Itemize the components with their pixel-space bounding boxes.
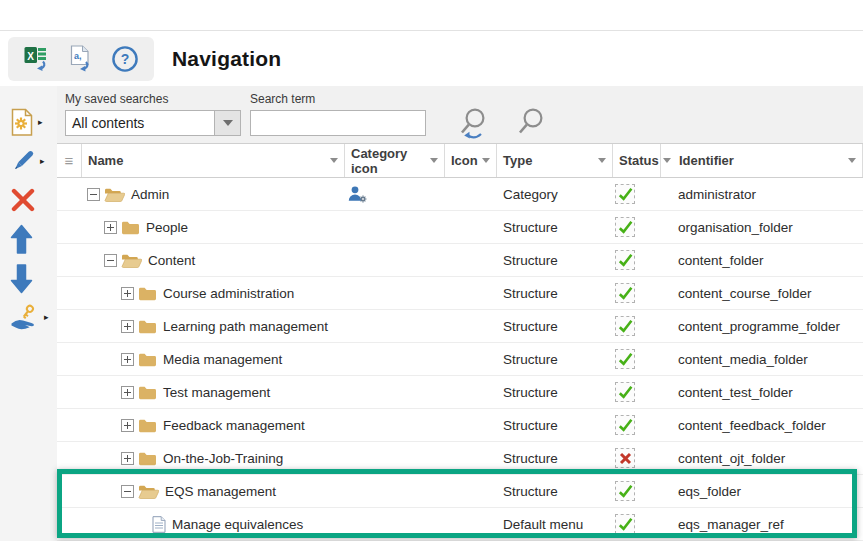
column-filter-icon[interactable] bbox=[430, 158, 438, 163]
expand-icon[interactable] bbox=[121, 353, 134, 366]
status-ok-icon bbox=[615, 184, 635, 204]
expand-icon[interactable] bbox=[104, 221, 117, 234]
column-label: Status bbox=[619, 153, 659, 168]
column-header-name[interactable]: Name bbox=[82, 144, 345, 177]
table-row[interactable]: EQS managementStructureeqs_folder bbox=[57, 475, 863, 508]
new-item-icon bbox=[10, 108, 34, 137]
identifier-cell: organisation_folder bbox=[660, 220, 863, 235]
identifier-cell: eqs_manager_ref bbox=[660, 517, 863, 532]
folder-open-icon bbox=[121, 253, 142, 268]
edit-button[interactable]: ▸ bbox=[0, 145, 57, 177]
folder-closed-icon bbox=[138, 385, 157, 400]
column-filter-icon[interactable] bbox=[482, 158, 490, 163]
search-refresh-icon bbox=[455, 105, 491, 143]
folder-closed-icon bbox=[121, 220, 140, 235]
folder-closed-icon bbox=[138, 352, 157, 367]
delete-button[interactable] bbox=[0, 184, 57, 216]
name-cell[interactable]: Content bbox=[81, 244, 344, 276]
status-ok-icon bbox=[615, 217, 635, 237]
name-cell[interactable]: Feedback management bbox=[81, 409, 344, 441]
name-cell[interactable]: Course administration bbox=[81, 277, 344, 309]
name-cell[interactable]: People bbox=[81, 211, 344, 243]
row-name-label: Learning path management bbox=[163, 319, 328, 334]
collapse-icon[interactable] bbox=[87, 188, 100, 201]
column-filter-icon[interactable] bbox=[330, 158, 338, 163]
status-ok-icon bbox=[615, 514, 635, 534]
collapse-icon[interactable] bbox=[104, 254, 117, 267]
expand-icon[interactable] bbox=[121, 386, 134, 399]
type-cell: Structure bbox=[496, 253, 612, 268]
expand-icon[interactable] bbox=[121, 287, 134, 300]
table-row[interactable]: PeopleStructureorganisation_folder bbox=[57, 211, 863, 244]
type-cell: Structure bbox=[496, 484, 612, 499]
table-row[interactable]: ContentStructurecontent_folder bbox=[57, 244, 863, 277]
tree-indent bbox=[81, 524, 152, 525]
column-header-icon[interactable]: Icon bbox=[445, 144, 497, 177]
name-cell[interactable]: Admin bbox=[81, 178, 344, 210]
move-up-button[interactable] bbox=[0, 223, 57, 255]
table-row[interactable]: On-the-Job-TrainingStructurecontent_ojt_… bbox=[57, 442, 863, 475]
search-refresh-button[interactable] bbox=[455, 105, 491, 143]
help-icon: ? bbox=[111, 45, 139, 73]
column-label: Icon bbox=[451, 153, 478, 168]
column-header-type[interactable]: Type bbox=[497, 144, 613, 177]
status-cell bbox=[612, 448, 660, 468]
expand-icon[interactable] bbox=[121, 320, 134, 333]
text-export-button[interactable]: a, bbox=[66, 44, 96, 74]
search-button[interactable] bbox=[515, 105, 546, 140]
search-term-input[interactable] bbox=[250, 110, 426, 136]
status-cell bbox=[612, 415, 660, 435]
column-filter-icon[interactable] bbox=[598, 158, 606, 163]
main-area: ▸ ▸ bbox=[0, 86, 863, 541]
identifier-cell: content_course_folder bbox=[660, 286, 863, 301]
row-name-label: Media management bbox=[163, 352, 282, 367]
table-row[interactable]: Feedback managementStructurecontent_feed… bbox=[57, 409, 863, 442]
folder-closed-icon bbox=[138, 418, 157, 433]
excel-export-button[interactable]: X bbox=[22, 44, 52, 74]
content-area: My saved searches All contents Search te… bbox=[57, 86, 863, 541]
table-row[interactable]: Test managementStructurecontent_test_fol… bbox=[57, 376, 863, 409]
status-ok-icon bbox=[615, 415, 635, 435]
collapse-icon[interactable] bbox=[121, 485, 134, 498]
table-row[interactable]: Media managementStructurecontent_media_f… bbox=[57, 343, 863, 376]
name-cell[interactable]: Manage equivalences bbox=[81, 508, 344, 540]
row-name-label: Course administration bbox=[163, 286, 294, 301]
move-down-icon bbox=[10, 263, 33, 294]
row-name-label: Manage equivalences bbox=[172, 517, 303, 532]
folder-closed-icon bbox=[138, 286, 157, 301]
new-item-button[interactable]: ▸ bbox=[0, 106, 57, 138]
column-filter-icon[interactable] bbox=[848, 158, 856, 163]
tree-indent bbox=[81, 491, 121, 492]
expand-icon[interactable] bbox=[121, 419, 134, 432]
move-down-button[interactable] bbox=[0, 262, 57, 294]
column-drag-handle-icon[interactable]: ≡ bbox=[57, 144, 82, 177]
column-header-category-icon[interactable]: Category icon bbox=[345, 144, 445, 177]
table-row[interactable]: Manage equivalencesDefault menueqs_manag… bbox=[57, 508, 863, 541]
status-cell bbox=[612, 349, 660, 369]
status-cell bbox=[612, 514, 660, 534]
action-sidebar: ▸ ▸ bbox=[0, 86, 57, 541]
table-row[interactable]: Course administrationStructurecontent_co… bbox=[57, 277, 863, 310]
saved-searches-dropdown[interactable]: All contents bbox=[65, 110, 241, 136]
name-cell[interactable]: EQS management bbox=[81, 475, 344, 507]
folder-open-icon bbox=[104, 187, 125, 202]
chevron-down-icon bbox=[223, 120, 233, 126]
table-row[interactable]: Learning path managementStructurecontent… bbox=[57, 310, 863, 343]
edit-icon bbox=[10, 148, 36, 174]
text-export-icon: a, bbox=[69, 45, 94, 72]
expand-icon[interactable] bbox=[121, 452, 134, 465]
dropdown-button[interactable] bbox=[214, 111, 240, 135]
name-cell[interactable]: Learning path management bbox=[81, 310, 344, 342]
help-button[interactable]: ? bbox=[110, 44, 140, 74]
name-cell[interactable]: On-the-Job-Training bbox=[81, 442, 344, 474]
type-cell: Category bbox=[496, 187, 612, 202]
column-header-status[interactable]: Status bbox=[613, 144, 661, 177]
table-row[interactable]: AdminCategoryadministrator bbox=[57, 178, 863, 211]
column-header-identifier[interactable]: Identifier bbox=[661, 144, 863, 177]
name-cell[interactable]: Media management bbox=[81, 343, 344, 375]
permissions-button[interactable]: ▸ bbox=[0, 301, 57, 333]
tree-indent bbox=[81, 425, 121, 426]
name-cell[interactable]: Test management bbox=[81, 376, 344, 408]
page-title: Navigation bbox=[172, 47, 281, 71]
search-term-group: Search term bbox=[250, 92, 426, 136]
